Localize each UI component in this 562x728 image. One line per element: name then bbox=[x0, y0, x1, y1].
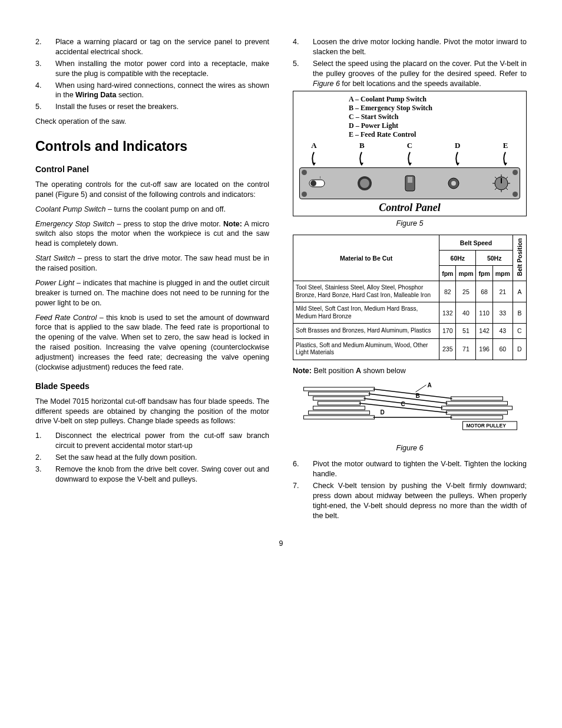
th-belt-position: Belt Position bbox=[513, 235, 526, 281]
page-number: 9 bbox=[35, 539, 527, 549]
control-panel-graphic: I bbox=[299, 167, 520, 199]
list-text: When using hard-wired connections, conne… bbox=[55, 81, 269, 101]
svg-rect-6 bbox=[408, 177, 412, 183]
check-operation: Check operation of the saw. bbox=[35, 117, 269, 127]
svg-text:B: B bbox=[416, 393, 420, 399]
svg-line-17 bbox=[506, 177, 508, 179]
svg-text:A: A bbox=[428, 382, 432, 388]
list-marker: 4. bbox=[293, 37, 313, 57]
control-panel-intro: The operating controls for the cut-off s… bbox=[35, 180, 269, 200]
th-mpm: mpm bbox=[492, 266, 513, 281]
th-mpm: mpm bbox=[456, 266, 476, 281]
list-marker: 5. bbox=[35, 102, 55, 112]
stop-button-icon bbox=[357, 176, 372, 191]
control-panel-label: Control Panel bbox=[296, 200, 524, 215]
figure-6-caption: Figure 6 bbox=[293, 443, 527, 453]
list-text: Remove the knob from the drive belt cove… bbox=[55, 465, 269, 485]
svg-text:D: D bbox=[381, 409, 385, 416]
coolant-pump-switch-desc: Coolant Pump Switch – turns the coolant … bbox=[35, 205, 269, 215]
belt-speed-table: Material to Be Cut Belt Speed Belt Posit… bbox=[293, 235, 527, 360]
right-top-list: 4.Loosen the drive motor locking handle.… bbox=[293, 37, 527, 88]
svg-line-15 bbox=[506, 188, 508, 190]
heading-controls-indicators: Controls and Indicators bbox=[35, 137, 269, 156]
arrow-icon bbox=[501, 151, 510, 166]
svg-rect-22 bbox=[318, 401, 361, 405]
svg-line-42 bbox=[416, 385, 427, 392]
list-marker: 1. bbox=[35, 431, 55, 451]
svg-point-8 bbox=[451, 181, 456, 186]
svg-line-14 bbox=[495, 177, 497, 179]
arrow-icon bbox=[454, 151, 462, 166]
start-switch-desc: Start Switch – press to start the drive … bbox=[35, 253, 269, 274]
figure-5-caption: Figure 5 bbox=[293, 219, 527, 229]
svg-rect-26 bbox=[451, 397, 503, 400]
svg-rect-25 bbox=[304, 416, 375, 419]
heading-control-panel: Control Panel bbox=[35, 164, 269, 175]
right-bottom-list: 6.Pivot the motor outward to tighten the… bbox=[293, 459, 527, 521]
feed-rate-knob-icon bbox=[491, 173, 511, 193]
left-top-list: 2.Place a warning placard or tag on the … bbox=[35, 37, 269, 112]
pulley-diagram-icon: A B C D MOTOR PULLEY bbox=[293, 379, 527, 438]
table-row: Mild Steel, Soft Cast Iron, Medium Hard … bbox=[293, 302, 527, 324]
belt-position-note: Note: Belt position A shown below bbox=[293, 366, 527, 376]
svg-text:C: C bbox=[401, 401, 405, 407]
svg-point-4 bbox=[360, 179, 369, 188]
th-material: Material to Be Cut bbox=[293, 235, 439, 281]
table-row: Soft Brasses and Bronzes, Hard Aluminum,… bbox=[293, 324, 527, 338]
table-row: Plastics, Soft and Medium Aluminum, Wood… bbox=[293, 338, 527, 360]
list-text: Place a warning placard or tag on the se… bbox=[55, 37, 269, 57]
svg-rect-23 bbox=[313, 406, 365, 410]
th-60hz: 60Hz bbox=[439, 251, 476, 266]
figure-5-arrows: A B C D E bbox=[296, 139, 524, 166]
svg-rect-28 bbox=[442, 406, 513, 410]
feed-rate-desc: Feed Rate Control – this knob is used to… bbox=[35, 313, 269, 373]
svg-line-16 bbox=[495, 188, 497, 190]
svg-rect-24 bbox=[309, 411, 370, 414]
start-button-icon bbox=[404, 174, 416, 192]
list-marker: 2. bbox=[35, 37, 55, 57]
figure-5-legend: A – Coolant Pump Switch B – Emergency St… bbox=[296, 95, 524, 139]
blade-speeds-intro: The Model 7015 horizontal cut-off bandsa… bbox=[35, 397, 269, 427]
heading-blade-speeds: Blade Speeds bbox=[35, 381, 269, 392]
th-belt-speed: Belt Speed bbox=[439, 235, 513, 251]
svg-line-32 bbox=[369, 394, 448, 403]
th-fpm: fpm bbox=[439, 266, 456, 281]
svg-point-1 bbox=[310, 180, 316, 186]
list-text: Disconnect the electrical power from the… bbox=[55, 431, 269, 451]
list-text: Loosen the drive motor locking handle. P… bbox=[313, 37, 527, 57]
left-column: 2.Place a warning placard or tag on the … bbox=[35, 35, 269, 522]
table-row: Tool Steel, Stainless Steel, Alloy Steel… bbox=[293, 281, 527, 302]
list-text: Check V-belt tension by pushing the V-be… bbox=[313, 481, 527, 521]
power-light-icon bbox=[447, 177, 460, 190]
list-marker: 3. bbox=[35, 59, 55, 79]
svg-rect-19 bbox=[304, 387, 375, 391]
th-50hz: 50Hz bbox=[476, 251, 513, 266]
svg-rect-27 bbox=[447, 401, 508, 405]
arrow-icon bbox=[406, 151, 414, 166]
th-fpm: fpm bbox=[476, 266, 492, 281]
list-marker: 7. bbox=[293, 481, 313, 521]
list-marker: 6. bbox=[293, 459, 313, 479]
list-marker: 2. bbox=[35, 453, 55, 463]
svg-text:I: I bbox=[320, 176, 320, 179]
power-light-desc: Power Light – indicates that machine is … bbox=[35, 278, 269, 308]
emergency-stop-desc: Emergency Stop Switch – press to stop th… bbox=[35, 219, 269, 249]
figure-5: A – Coolant Pump Switch B – Emergency St… bbox=[293, 91, 527, 216]
list-text: Pivot the motor outward to tighten the V… bbox=[313, 459, 527, 479]
svg-text:MOTOR PULLEY: MOTOR PULLEY bbox=[467, 423, 507, 429]
svg-rect-29 bbox=[447, 411, 508, 414]
blade-speed-list: 1.Disconnect the electrical power from t… bbox=[35, 431, 269, 484]
right-column: 4.Loosen the drive motor locking handle.… bbox=[293, 35, 527, 522]
svg-line-31 bbox=[373, 389, 452, 398]
figure-6: A B C D MOTOR PULLEY bbox=[293, 379, 527, 441]
list-marker: 3. bbox=[35, 465, 55, 485]
list-text: Set the saw head at the fully down posit… bbox=[55, 453, 269, 463]
list-text: Install the fuses or reset the breakers. bbox=[55, 102, 269, 112]
svg-rect-20 bbox=[309, 392, 370, 396]
svg-rect-30 bbox=[451, 416, 503, 419]
toggle-switch-icon: I bbox=[308, 175, 326, 192]
list-marker: 5. bbox=[293, 59, 313, 89]
svg-rect-21 bbox=[313, 397, 365, 400]
list-marker: 4. bbox=[35, 81, 55, 101]
list-text: When installing the motor power cord int… bbox=[55, 59, 269, 79]
